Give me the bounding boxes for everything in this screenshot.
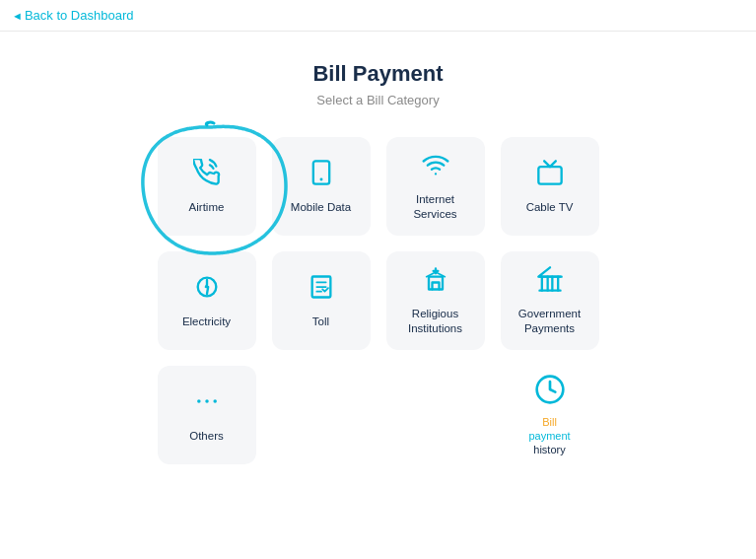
airtime-label: Airtime [189, 200, 225, 215]
bill-payment-history[interactable]: Bill payment history [501, 366, 599, 464]
toll-icon [308, 273, 335, 305]
category-airtime[interactable]: Airtime [158, 137, 256, 236]
svg-point-14 [197, 399, 201, 403]
empty-cell-1 [272, 366, 371, 464]
internet-services-label: Internet Services [396, 192, 475, 222]
page-title: Bill Payment [312, 61, 443, 87]
religious-icon [422, 265, 449, 297]
electricity-label: Electricity [182, 314, 231, 329]
category-electricity[interactable]: Electricity [158, 251, 256, 350]
government-label: Government Payments [511, 307, 589, 336]
back-to-dashboard-link[interactable]: Back to Dashboard [12, 8, 133, 23]
bill-history-icon [534, 374, 566, 409]
toll-label: Toll [312, 314, 329, 329]
svg-point-16 [213, 399, 217, 403]
mobile-data-label: Mobile Data [291, 200, 351, 215]
category-grid: Airtime Mobile Data Internet Services [158, 137, 599, 464]
category-others[interactable]: Others [158, 366, 256, 464]
bill-history-label: Bill payment history [528, 415, 570, 457]
top-bar: Back to Dashboard [0, 0, 756, 32]
electricity-icon [193, 273, 221, 305]
government-icon [536, 265, 564, 297]
cable-tv-icon [536, 159, 564, 190]
category-internet-services[interactable]: Internet Services [386, 137, 485, 236]
page-subtitle: Select a Bill Category [316, 93, 439, 107]
others-label: Others [189, 429, 224, 444]
svg-rect-2 [538, 167, 561, 184]
category-religious[interactable]: Religious Institutions [386, 251, 485, 350]
svg-point-15 [205, 399, 209, 403]
mobile-data-icon [308, 159, 335, 190]
category-government[interactable]: Government Payments [501, 251, 599, 350]
category-cable-tv[interactable]: Cable TV [501, 137, 599, 236]
empty-cell-2 [386, 366, 485, 464]
internet-services-icon [422, 151, 449, 182]
category-toll[interactable]: Toll [272, 251, 371, 350]
others-icon [193, 387, 221, 419]
main-content: Bill Payment Select a Bill Category Airt… [0, 32, 756, 464]
category-mobile-data[interactable]: Mobile Data [272, 137, 371, 236]
religious-label: Religious Institutions [396, 307, 475, 336]
airtime-icon [193, 159, 221, 190]
cable-tv-label: Cable TV [526, 200, 574, 215]
